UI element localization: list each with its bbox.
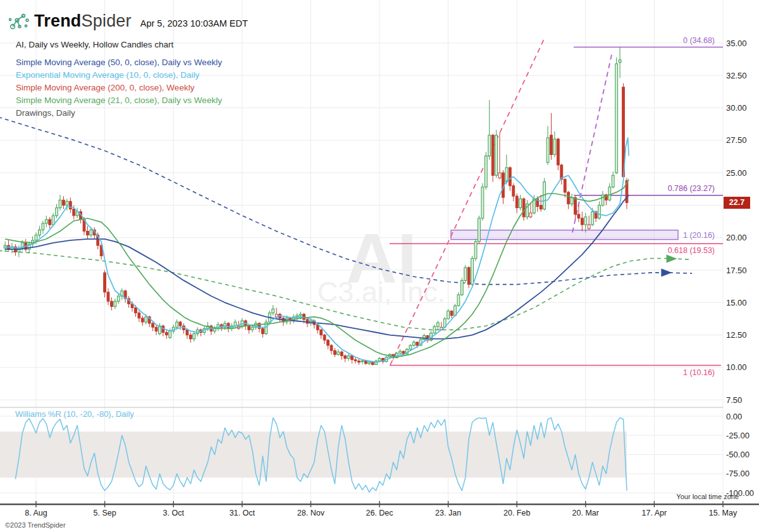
indicator-axis-label: -75.00	[726, 469, 750, 478]
price-axis-label: 7.50	[726, 395, 742, 405]
price-axis-label: 15.00	[726, 298, 747, 307]
brand-light: Spider	[82, 11, 132, 30]
price-axis-label: 27.50	[726, 135, 747, 145]
legend-item-sma200[interactable]: Simple Moving Average (200, 0, close), W…	[16, 82, 222, 94]
fib-label: 0 (34.68)	[683, 36, 715, 45]
timezone-note[interactable]: Your local time zone	[676, 493, 739, 500]
legend-item-ema10[interactable]: Exponential Moving Average (10, 0, close…	[16, 69, 222, 82]
trendspider-molecule-icon	[9, 12, 30, 31]
legend-item-sma21[interactable]: Simple Moving Average (21, 0, close), Da…	[16, 94, 222, 107]
price-axis-label: 35.00	[726, 39, 747, 48]
price-axis-label: 17.50	[726, 266, 747, 275]
x-axis-label: 3. Oct	[163, 509, 185, 517]
fib-label: 1 (20.16)	[683, 231, 715, 240]
x-axis-label: 17. Apr	[642, 509, 667, 517]
x-axis-label: 23. Jan	[435, 509, 461, 517]
williams-r-legend[interactable]: Williams %R (10, -20, -80), Daily	[15, 409, 134, 419]
trendline-drawings	[390, 37, 612, 365]
fib-label: 1 (10.16)	[683, 368, 715, 377]
chart-title: AI, Daily vs Weekly, Hollow Candles char…	[16, 40, 173, 49]
chart-datetime: Apr 5, 2023 10:03AM EDT	[140, 18, 248, 28]
copyright-label: ©2023 TrendSpider	[5, 521, 66, 529]
brand-bold: Trend	[34, 11, 82, 30]
indicator-axis-label: 0.00	[726, 412, 742, 421]
x-axis-label: 15. May	[709, 509, 737, 517]
app-header: TrendSpider Apr 5, 2023 10:03AM EDT	[9, 11, 248, 31]
last-price-badge: 22.7	[724, 197, 750, 209]
x-axis-label: 20. Feb	[503, 509, 530, 517]
indicator-legend: Simple Moving Average (50, 0, close), Da…	[16, 56, 222, 120]
price-axis-label: 32.50	[726, 71, 747, 80]
fib-zone-box	[451, 230, 678, 240]
x-axis-label: 31. Oct	[230, 509, 256, 517]
legend-item-drawings[interactable]: Drawings, Daily	[16, 107, 222, 120]
price-axis-label: 25.00	[726, 168, 747, 178]
indicator-axis-label: -50.00	[726, 450, 750, 459]
fib-levels: 0 (34.68)0.786 (23.27)1 (20.16)0.618 (19…	[390, 36, 723, 377]
price-axis-label: 10.00	[726, 362, 747, 372]
fib-label: 0.618 (19.53)	[668, 246, 715, 255]
brand-logo[interactable]: TrendSpider	[34, 11, 132, 31]
price-axis-label: 20.00	[726, 233, 747, 242]
price-axis-label: 12.50	[726, 330, 747, 340]
sma-21-weekly-arrow	[667, 254, 677, 263]
legend-item-sma50[interactable]: Simple Moving Average (50, 0, close), Da…	[16, 56, 222, 69]
x-axis-label: 5. Sep	[94, 509, 116, 517]
indicator-axis-label: -25.00	[726, 431, 750, 440]
x-axis-label: 8. Aug	[25, 509, 47, 517]
trendspider-chart-page: AIC3.ai, Inc.0 (34.68)0.786 (23.27)1 (20…	[0, 0, 759, 532]
x-axis-label: 20. Mar	[572, 509, 599, 517]
watermark: AIC3.ai, Inc.	[318, 219, 446, 308]
price-axis-label: 30.00	[726, 103, 747, 113]
x-axis-label: 26. Dec	[366, 509, 393, 517]
svg-text:C3.ai, Inc.: C3.ai, Inc.	[318, 276, 446, 308]
x-axis-label: 28. Nov	[297, 509, 325, 517]
fib-label: 0.786 (23.27)	[668, 184, 715, 193]
